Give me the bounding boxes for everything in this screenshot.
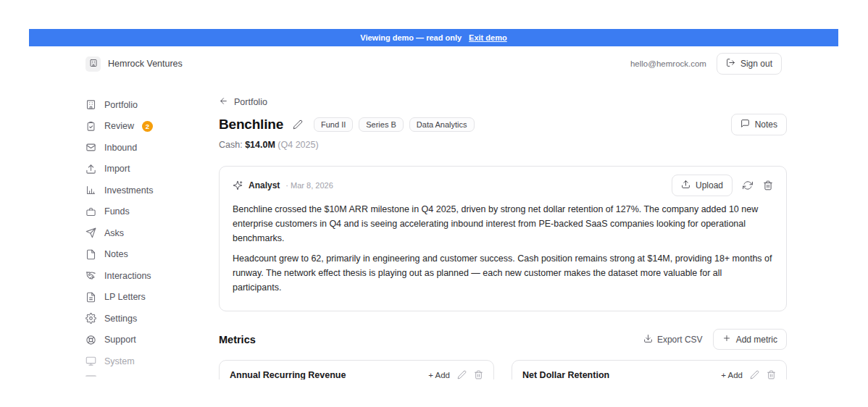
file-text-icon xyxy=(85,292,96,303)
upload-label: Upload xyxy=(696,180,723,190)
cash-value: $14.0M xyxy=(245,140,275,150)
sidebar-item-support[interactable]: Support xyxy=(85,332,219,348)
sidebar-item-import[interactable]: Import xyxy=(85,161,219,177)
sidebar-item-label: LP Letters xyxy=(104,292,146,302)
sidebar-item-asks[interactable]: Asks xyxy=(85,225,219,240)
sidebar-item-lp-letters[interactable]: LP Letters xyxy=(85,290,219,305)
cash-summary: Cash: $14.0M (Q4 2025) xyxy=(219,140,787,150)
cash-label: Cash: xyxy=(219,140,243,150)
analyst-date-value: Mar 8, 2026 xyxy=(291,181,333,190)
sidebar-item-label: Support xyxy=(104,335,136,345)
metric-card-title: Annual Recurring Revenue xyxy=(230,370,346,380)
date-separator: · xyxy=(285,181,288,190)
sidebar-item-label: Inbound xyxy=(104,143,137,153)
gear-icon xyxy=(85,313,96,324)
monitor-icon xyxy=(85,356,96,366)
metric-cards: Annual Recurring Revenue+ AddLineBar$12.… xyxy=(219,360,787,379)
log-out-icon xyxy=(726,58,735,70)
analyst-paragraph: Benchline crossed the $10M ARR milestone… xyxy=(233,202,773,246)
download-icon xyxy=(643,334,653,345)
analyst-paragraph: Headcount grew to 62, primarily in engin… xyxy=(233,251,773,295)
clipboard-check-icon xyxy=(85,121,96,132)
bar-chart-icon xyxy=(85,185,96,196)
analyst-note-card: Analyst · Mar 8, 2026 Upload xyxy=(219,166,787,311)
company-name: Hemrock Ventures xyxy=(108,59,183,69)
sidebar-item-label: Investments xyxy=(104,185,153,196)
upload-button[interactable]: Upload xyxy=(672,175,733,196)
browser-viewport: Viewing demo — read only Exit demo Hemro… xyxy=(29,29,838,379)
notes-button-label: Notes xyxy=(755,119,777,130)
edit-metric-pencil-icon[interactable] xyxy=(750,370,759,379)
add-datapoint-button[interactable]: + Add xyxy=(721,371,743,379)
building-icon xyxy=(85,99,96,110)
company-tag: Data Analytics xyxy=(409,117,475,132)
app-header: Hemrock Ventures hello@hemrock.com Sign … xyxy=(85,49,782,78)
trash-icon[interactable] xyxy=(763,180,773,190)
upload-icon xyxy=(85,164,96,175)
metric-card-title: Net Dollar Retention xyxy=(522,370,609,380)
sidebar-item-investments[interactable]: Investments xyxy=(85,182,219,198)
sidebar-item-review[interactable]: Review2 xyxy=(85,119,219,134)
file-icon xyxy=(85,249,96,260)
analyst-note-body: Benchline crossed the $10M ARR milestone… xyxy=(233,202,773,295)
edit-title-pencil-icon[interactable] xyxy=(293,119,303,130)
sidebar-item-cutoff-icon xyxy=(85,375,96,378)
review-count-badge: 2 xyxy=(142,121,153,132)
handshake-icon xyxy=(85,270,96,281)
paper-plane-icon xyxy=(85,227,96,238)
sidebar-item-label: Asks xyxy=(104,228,124,238)
sidebar-item-label: Interactions xyxy=(104,271,151,281)
demo-banner: Viewing demo — read only Exit demo xyxy=(29,29,838,46)
metrics-heading: Metrics xyxy=(219,334,256,345)
briefcase-icon xyxy=(85,206,96,217)
add-datapoint-button[interactable]: + Add xyxy=(428,371,450,379)
sidebar-item-label: Settings xyxy=(104,314,137,324)
main-content: Portfolio Benchline Fund IISeries BData … xyxy=(219,90,787,379)
building-icon xyxy=(89,57,98,70)
arrow-left-icon xyxy=(219,96,228,108)
delete-metric-trash-icon[interactable] xyxy=(767,370,776,379)
plus-icon xyxy=(722,334,731,345)
sidebar-item-label: Notes xyxy=(104,249,128,259)
back-to-portfolio-link[interactable]: Portfolio xyxy=(219,96,267,108)
sidebar-item-label: System xyxy=(104,356,135,366)
lifebuoy-icon xyxy=(85,335,96,345)
company-tag: Series B xyxy=(359,117,404,132)
analyst-date: · Mar 8, 2026 xyxy=(285,181,333,190)
back-link-label: Portfolio xyxy=(234,97,267,107)
add-metric-button[interactable]: Add metric xyxy=(713,329,787,350)
add-metric-label: Add metric xyxy=(736,335,777,345)
exit-demo-link[interactable]: Exit demo xyxy=(469,33,507,42)
export-csv-button[interactable]: Export CSV xyxy=(643,334,703,345)
metric-card-annual-recurring-revenue: Annual Recurring Revenue+ AddLineBar$12.… xyxy=(219,360,494,379)
sidebar-item-interactions[interactable]: Interactions xyxy=(85,268,219,283)
sidebar-item-label: Portfolio xyxy=(104,100,138,110)
demo-banner-message: Viewing demo — read only xyxy=(360,33,462,42)
metric-card-net-dollar-retention: Net Dollar Retention+ AddLineBar140%105% xyxy=(512,360,787,379)
sidebar-item-label: Review xyxy=(104,121,134,131)
notes-button[interactable]: Notes xyxy=(731,114,787,135)
sidebar-item-funds[interactable]: Funds xyxy=(85,204,219,219)
user-email: hello@hemrock.com xyxy=(630,59,706,68)
sidebar-item-notes[interactable]: Notes xyxy=(85,247,219,262)
page-title: Benchline xyxy=(219,117,283,133)
sign-out-button[interactable]: Sign out xyxy=(717,53,782,75)
delete-metric-trash-icon[interactable] xyxy=(474,370,483,379)
sidebar-item-inbound[interactable]: Inbound xyxy=(85,140,219,155)
cash-period: (Q4 2025) xyxy=(277,140,318,150)
sign-out-label: Sign out xyxy=(740,59,772,69)
brand: Hemrock Ventures xyxy=(85,56,183,72)
sidebar-item-settings[interactable]: Settings xyxy=(85,311,219,326)
company-tags: Fund IISeries BData Analytics xyxy=(314,117,475,132)
sidebar-item-label: Import xyxy=(104,164,130,174)
sidebar-item-label: Funds xyxy=(104,206,130,217)
refresh-icon[interactable] xyxy=(743,180,753,190)
message-square-icon xyxy=(740,119,750,130)
sidebar-item-system[interactable]: System xyxy=(85,353,219,369)
edit-metric-pencil-icon[interactable] xyxy=(457,370,467,379)
analyst-author: Analyst xyxy=(249,180,280,190)
company-tag: Fund II xyxy=(314,117,353,132)
sidebar-item-portfolio[interactable]: Portfolio xyxy=(85,97,219,112)
company-logo xyxy=(85,56,101,72)
sidebar-nav: PortfolioReview2InboundImportInvestments… xyxy=(85,90,219,379)
